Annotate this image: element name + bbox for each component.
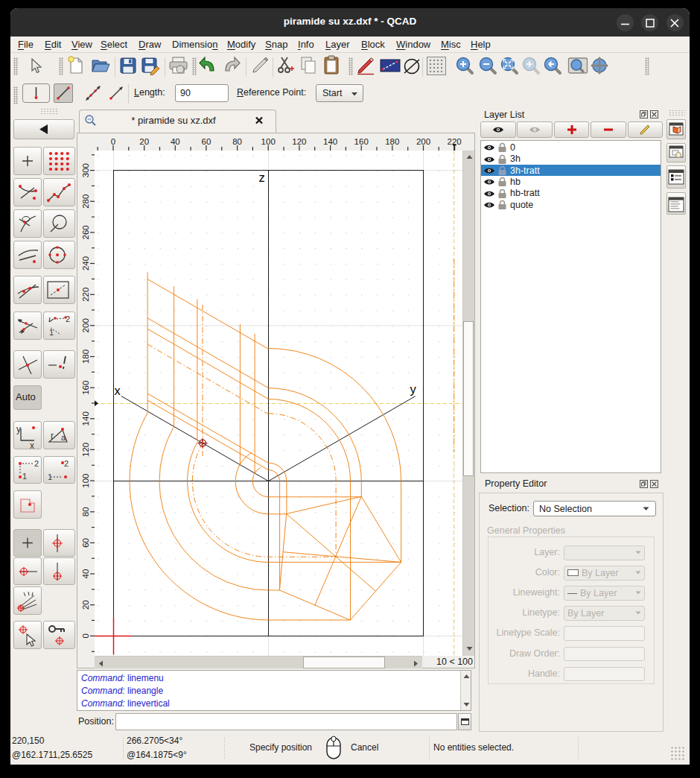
svg-text:1: 1 <box>22 472 27 481</box>
svg-text:200: 200 <box>81 318 90 332</box>
svg-text:180: 180 <box>385 137 399 146</box>
svg-text:220: 220 <box>81 288 90 302</box>
svg-text:100: 100 <box>261 137 276 146</box>
svg-text:z: z <box>259 171 265 184</box>
svg-text:300: 300 <box>81 163 90 177</box>
svg-text:y: y <box>16 424 21 434</box>
svg-text:x: x <box>30 440 34 449</box>
svg-text:140: 140 <box>323 137 337 146</box>
svg-text:260: 260 <box>81 225 90 239</box>
svg-text:160: 160 <box>81 381 90 395</box>
svg-text:60: 60 <box>202 137 211 146</box>
svg-text:40: 40 <box>81 569 90 579</box>
svg-text:160: 160 <box>354 137 369 146</box>
svg-text:2: 2 <box>34 459 39 468</box>
svg-text:240: 240 <box>81 256 90 271</box>
svg-text:0: 0 <box>111 137 115 146</box>
svg-text:80: 80 <box>81 507 90 516</box>
svg-text:120: 120 <box>81 443 90 457</box>
svg-text:2: 2 <box>64 459 69 468</box>
svg-text:120: 120 <box>292 137 306 146</box>
svg-text:80: 80 <box>232 137 242 146</box>
svg-text:40: 40 <box>171 137 180 146</box>
svg-text:140: 140 <box>81 411 90 426</box>
svg-text:20: 20 <box>81 600 90 610</box>
svg-text:60: 60 <box>81 538 90 548</box>
svg-text:280: 280 <box>81 194 90 209</box>
svg-text:1: 1 <box>49 328 54 337</box>
svg-text:200: 200 <box>416 137 430 146</box>
svg-text:0: 0 <box>81 633 90 638</box>
svg-text:2: 2 <box>66 314 70 323</box>
svg-text:100: 100 <box>81 474 90 488</box>
svg-text:220: 220 <box>448 137 462 146</box>
svg-text:180: 180 <box>81 350 90 364</box>
svg-text:1: 1 <box>48 472 52 481</box>
svg-text:a: a <box>61 433 66 442</box>
svg-text:y: y <box>410 382 417 396</box>
svg-text:20: 20 <box>139 137 149 146</box>
svg-text:r: r <box>51 431 54 441</box>
svg-text:x: x <box>115 384 121 397</box>
